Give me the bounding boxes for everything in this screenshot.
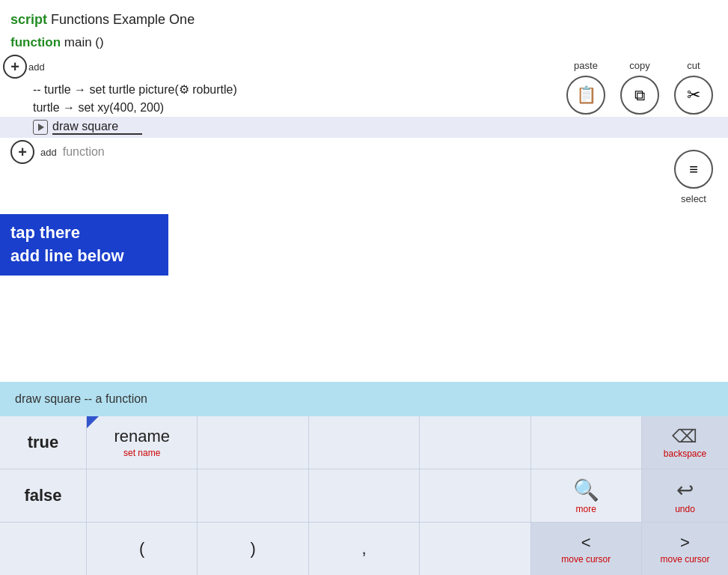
draw-square-line[interactable] xyxy=(0,117,728,138)
paste-button[interactable]: 📋 xyxy=(566,76,605,115)
paste-label: paste xyxy=(574,60,598,71)
undo-icon: ↩ xyxy=(676,478,694,502)
key-false-label: false xyxy=(24,486,61,505)
suggestion-text: draw square -- a function xyxy=(15,392,147,405)
end-keyword: function xyxy=(63,145,105,159)
select-icon: ≡ xyxy=(689,161,698,178)
paste-item: paste 📋 xyxy=(566,60,605,115)
key-empty-r3-4 xyxy=(420,523,530,575)
key-empty-r2-1 xyxy=(87,469,197,522)
keyboard-row-3: ( ) , < move cursor > move cursor xyxy=(0,522,728,575)
play-icon xyxy=(33,120,48,135)
tooltip-line1: tap there xyxy=(10,222,158,245)
copy-label: copy xyxy=(629,60,649,71)
select-label: select xyxy=(681,193,706,204)
suggestion-bar[interactable]: draw square -- a function xyxy=(0,382,728,416)
key-open-paren[interactable]: ( xyxy=(87,523,197,575)
tooltip-box: tap there add line below xyxy=(0,214,168,276)
script-keyword: script xyxy=(10,12,47,27)
key-true[interactable]: true xyxy=(0,416,86,469)
function-main-line: function main () xyxy=(0,32,728,53)
copy-icon: ⧉ xyxy=(634,87,645,104)
key-move-left[interactable]: < move cursor xyxy=(531,523,641,575)
undo-label: undo xyxy=(675,504,695,514)
comma-label: , xyxy=(361,539,366,559)
keyboard-row-1: true rename set name ⌫ backspace xyxy=(0,416,728,469)
key-empty-r2-2 xyxy=(198,469,308,522)
key-more[interactable]: 🔍 more xyxy=(531,469,641,522)
key-close-paren[interactable]: ) xyxy=(198,523,308,575)
add-label-2: add xyxy=(40,147,57,158)
tooltip-line2: add line below xyxy=(10,245,158,268)
move-right-sub: move cursor xyxy=(660,554,709,565)
paste-icon: 📋 xyxy=(576,85,596,105)
key-empty-r1-5 xyxy=(531,416,641,469)
right-toolbar: paste 📋 copy ⧉ cut ✂ xyxy=(566,60,713,119)
copy-button[interactable]: ⧉ xyxy=(620,76,659,115)
move-left-label: < xyxy=(581,533,591,553)
end-function-line: + add function xyxy=(0,138,728,166)
key-rename-label: rename xyxy=(114,427,170,446)
more-label: more xyxy=(576,504,596,514)
add-button-1[interactable]: + xyxy=(3,55,27,79)
key-move-right[interactable]: > move cursor xyxy=(642,523,728,575)
draw-square-input[interactable] xyxy=(52,120,142,135)
key-rename-sub: set name xyxy=(123,448,160,458)
select-circle[interactable]: ≡ xyxy=(674,150,713,189)
key-empty-r1-2 xyxy=(198,416,308,469)
copy-item: copy ⧉ xyxy=(620,60,659,115)
script-title: script Functions Example One xyxy=(0,7,728,32)
move-right-label: > xyxy=(680,533,690,553)
key-empty-r1-4 xyxy=(420,416,530,469)
cut-label: cut xyxy=(687,60,700,71)
backspace-icon: ⌫ xyxy=(672,426,697,447)
add-label-1: add xyxy=(28,61,45,73)
keyboard-row-2: false 🔍 more ↩ undo xyxy=(0,469,728,522)
key-comma[interactable]: , xyxy=(309,523,419,575)
function-keyword: function xyxy=(10,35,61,49)
close-paren-label: ) xyxy=(250,539,255,559)
cut-button[interactable]: ✂ xyxy=(674,76,713,115)
key-empty-r1-3 xyxy=(309,416,419,469)
bottom-panel: draw square -- a function true rename se… xyxy=(0,382,728,575)
key-undo[interactable]: ↩ undo xyxy=(642,469,728,522)
triangle-corner xyxy=(87,416,99,428)
move-left-sub: move cursor xyxy=(561,554,611,565)
key-false[interactable]: false xyxy=(0,469,86,522)
script-name: Functions Example One xyxy=(51,12,195,27)
key-rename[interactable]: rename set name xyxy=(87,416,197,469)
backspace-label: backspace xyxy=(664,448,706,459)
select-button-area[interactable]: ≡ select xyxy=(674,150,713,204)
cut-icon: ✂ xyxy=(687,85,700,105)
search-icon: 🔍 xyxy=(573,478,599,502)
key-empty-r3-0 xyxy=(0,523,86,575)
function-main-name: main () xyxy=(64,35,104,49)
open-paren-label: ( xyxy=(139,539,144,559)
key-empty-r2-4 xyxy=(420,469,530,522)
key-backspace[interactable]: ⌫ backspace xyxy=(642,416,728,469)
cut-item: cut ✂ xyxy=(674,60,713,115)
add-button-2[interactable]: + xyxy=(10,140,34,164)
key-true-label: true xyxy=(28,433,59,452)
toolbar-top: paste 📋 copy ⧉ cut ✂ xyxy=(566,60,713,115)
key-empty-r2-3 xyxy=(309,469,419,522)
